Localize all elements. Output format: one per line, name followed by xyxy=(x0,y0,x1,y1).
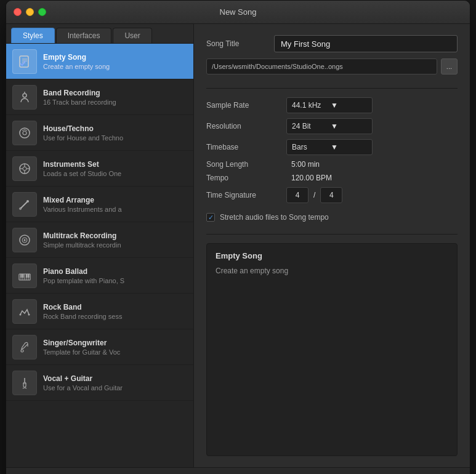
band-recording-text: Band Recording 16 Track band recording xyxy=(43,89,187,106)
band-recording-title: Band Recording xyxy=(43,89,187,97)
list-item[interactable]: Rock Band Rock Band recording sess xyxy=(6,294,193,329)
timebase-dropdown[interactable]: Bars ▼ xyxy=(286,139,373,155)
maximize-button[interactable] xyxy=(38,8,46,16)
tempo-row: Tempo 120.00 BPM xyxy=(206,174,458,182)
svg-line-11 xyxy=(20,201,28,209)
svg-point-6 xyxy=(23,167,26,171)
list-item[interactable]: Empty Song Create an empty song xyxy=(6,44,193,79)
sample-rate-label: Sample Rate xyxy=(206,101,286,110)
time-sig-denominator[interactable]: 4 xyxy=(320,187,342,203)
styles-list[interactable]: Empty Song Create an empty song Band Rec… xyxy=(6,44,193,467)
new-song-dialog: New Song Styles Interfaces User xyxy=(6,0,470,474)
resolution-label: Resolution xyxy=(206,122,286,131)
svg-point-16 xyxy=(24,239,26,241)
empty-song-desc: Create an empty song xyxy=(43,63,187,70)
description-text: Create an empty song xyxy=(216,265,448,276)
time-sig-label: Time Signature xyxy=(206,191,286,199)
house-techno-desc: Use for House and Techno xyxy=(43,134,187,142)
timebase-label: Timebase xyxy=(206,143,286,151)
list-item[interactable]: Vocal + Guitar Use for a Vocal and Guita… xyxy=(6,365,193,401)
rock-band-desc: Rock Band recording sess xyxy=(43,313,187,320)
tempo-label: Tempo xyxy=(206,174,286,182)
title-bar: New Song xyxy=(6,1,470,24)
tab-styles[interactable]: Styles xyxy=(11,28,55,43)
band-recording-desc: 16 Track band recording xyxy=(43,98,187,106)
svg-point-29 xyxy=(21,350,23,352)
song-title-label: Song Title xyxy=(206,39,268,48)
time-sig-numerator[interactable]: 4 xyxy=(286,187,309,203)
browse-button[interactable]: ... xyxy=(441,58,458,74)
svg-rect-25 xyxy=(26,274,28,278)
sample-rate-dropdown[interactable]: 44.1 kHz ▼ xyxy=(286,97,373,113)
description-title: Empty Song xyxy=(216,251,448,260)
song-title-row: Song Title xyxy=(206,35,458,52)
stretch-row: ✓ Stretch audio files to Song tempo xyxy=(206,213,458,222)
mixed-arrange-desc: Various Instruments and a xyxy=(43,206,187,213)
singer-songwriter-text: Singer/Songwriter Template for Guitar & … xyxy=(43,339,187,356)
minimize-button[interactable] xyxy=(26,8,34,16)
timebase-row: Timebase Bars ▼ xyxy=(206,139,458,155)
list-item[interactable]: Piano Ballad Pop template with Piano, S xyxy=(6,258,193,294)
song-title-input[interactable] xyxy=(274,35,458,52)
empty-song-icon xyxy=(12,49,37,74)
band-recording-icon xyxy=(12,85,37,110)
rock-band-title: Rock Band xyxy=(43,303,187,311)
close-button[interactable] xyxy=(14,8,22,16)
path-row: /Users/wsmith/Documents/StudioOne..ongs … xyxy=(206,58,458,74)
multitrack-recording-title: Multitrack Recording xyxy=(43,231,187,240)
resolution-arrow-icon: ▼ xyxy=(331,122,367,131)
song-length-value: 5:00 min xyxy=(286,160,325,169)
piano-ballad-text: Piano Ballad Pop template with Piano, S xyxy=(43,267,187,284)
right-panel: Song Title /Users/wsmith/Documents/Studi… xyxy=(194,24,470,467)
sample-rate-value: 44.1 kHz xyxy=(292,101,328,110)
svg-rect-0 xyxy=(20,56,28,67)
instruments-set-title: Instruments Set xyxy=(43,160,187,169)
piano-ballad-title: Piano Ballad xyxy=(43,267,187,276)
list-item[interactable]: Singer/Songwriter Template for Guitar & … xyxy=(6,329,193,365)
singer-songwriter-title: Singer/Songwriter xyxy=(43,339,187,347)
house-techno-title: House/Techno xyxy=(43,124,187,133)
svg-point-4 xyxy=(23,131,26,135)
multitrack-recording-text: Multitrack Recording Simple multitrack r… xyxy=(43,231,187,249)
path-display: /Users/wsmith/Documents/StudioOne..ongs xyxy=(206,58,437,74)
time-signature: 4 / 4 xyxy=(286,187,342,203)
svg-rect-32 xyxy=(23,382,26,387)
empty-song-title: Empty Song xyxy=(43,53,187,62)
mixed-arrange-icon xyxy=(12,192,37,217)
list-item[interactable]: Band Recording 16 Track band recording xyxy=(6,79,193,115)
timebase-value: Bars xyxy=(292,143,328,151)
piano-ballad-desc: Pop template with Piano, S xyxy=(43,277,187,284)
stretch-checkbox[interactable]: ✓ xyxy=(206,213,215,222)
singer-songwriter-icon xyxy=(12,335,37,360)
stretch-label: Stretch audio files to Song tempo xyxy=(220,213,329,222)
resolution-dropdown[interactable]: 24 Bit ▼ xyxy=(286,118,373,134)
dialog-body: Styles Interfaces User Empty Song xyxy=(6,24,470,467)
vocal-guitar-icon xyxy=(12,371,37,395)
svg-point-12 xyxy=(26,200,29,203)
svg-point-27 xyxy=(20,313,22,315)
resolution-row: Resolution 24 Bit ▼ xyxy=(206,118,458,134)
timebase-arrow-icon: ▼ xyxy=(331,143,367,151)
window-title: New Song xyxy=(220,7,257,17)
tab-interfaces[interactable]: Interfaces xyxy=(56,28,112,43)
mixed-arrange-text: Mixed Arrange Various Instruments and a xyxy=(43,196,187,213)
tempo-value: 120.00 BPM xyxy=(286,174,337,182)
piano-ballad-icon xyxy=(12,263,37,288)
sample-rate-arrow-icon: ▼ xyxy=(331,101,367,110)
sample-rate-row: Sample Rate 44.1 kHz ▼ xyxy=(206,97,458,113)
multitrack-recording-desc: Simple multitrack recordin xyxy=(43,241,187,249)
house-techno-text: House/Techno Use for House and Techno xyxy=(43,124,187,142)
time-sig-separator: / xyxy=(313,191,315,199)
empty-song-text: Empty Song Create an empty song xyxy=(43,53,187,70)
tab-user[interactable]: User xyxy=(113,28,151,43)
list-item[interactable]: Instruments Set Loads a set of Studio On… xyxy=(6,151,193,187)
time-sig-row: Time Signature 4 / 4 xyxy=(206,187,458,203)
list-item[interactable]: Mixed Arrange Various Instruments and a xyxy=(6,187,193,222)
checkbox-check-icon: ✓ xyxy=(208,214,214,222)
svg-rect-24 xyxy=(22,274,24,278)
list-item[interactable]: Multitrack Recording Simple multitrack r… xyxy=(6,222,193,258)
vocal-guitar-title: Vocal + Guitar xyxy=(43,374,187,383)
svg-rect-26 xyxy=(28,274,30,278)
svg-point-28 xyxy=(28,313,30,315)
list-item[interactable]: House/Techno Use for House and Techno xyxy=(6,115,193,151)
